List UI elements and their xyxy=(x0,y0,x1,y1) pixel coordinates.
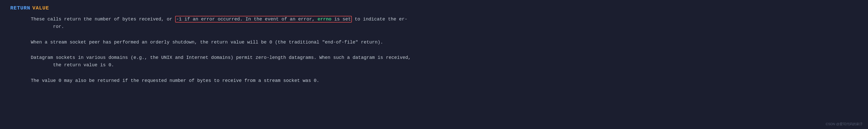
p3-text: Datagram sockets in various domains (e.g… xyxy=(31,55,411,68)
highlighted-error-box: -1 if an error occurred. In the event of… xyxy=(175,16,352,23)
paragraph-3: Datagram sockets in various domains (e.g… xyxy=(31,54,858,69)
p2-text: When a stream socket peer has performed … xyxy=(31,40,383,45)
p1-before-highlight: These calls return the number of bytes r… xyxy=(31,17,175,22)
watermark: CSDN @爱写代码的刷子 xyxy=(826,122,863,126)
paragraph-1: These calls return the number of bytes r… xyxy=(31,15,858,31)
paragraph-4: The value 0 may also be returned if the … xyxy=(31,77,858,84)
return-keyword: RETURN xyxy=(10,5,30,11)
errno-keyword: errno xyxy=(318,17,332,22)
section-header: RETURNVALUE xyxy=(10,5,858,11)
p1-after-highlight: is set xyxy=(332,17,351,22)
p1-highlight-text: -1 if an error occurred. In the event of… xyxy=(176,17,318,22)
p4-text: The value 0 may also be returned if the … xyxy=(31,78,319,83)
value-keyword: VALUE xyxy=(32,5,49,11)
paragraph-2: When a stream socket peer has performed … xyxy=(31,39,858,46)
main-content: RETURNVALUE These calls return the numbe… xyxy=(10,5,858,84)
